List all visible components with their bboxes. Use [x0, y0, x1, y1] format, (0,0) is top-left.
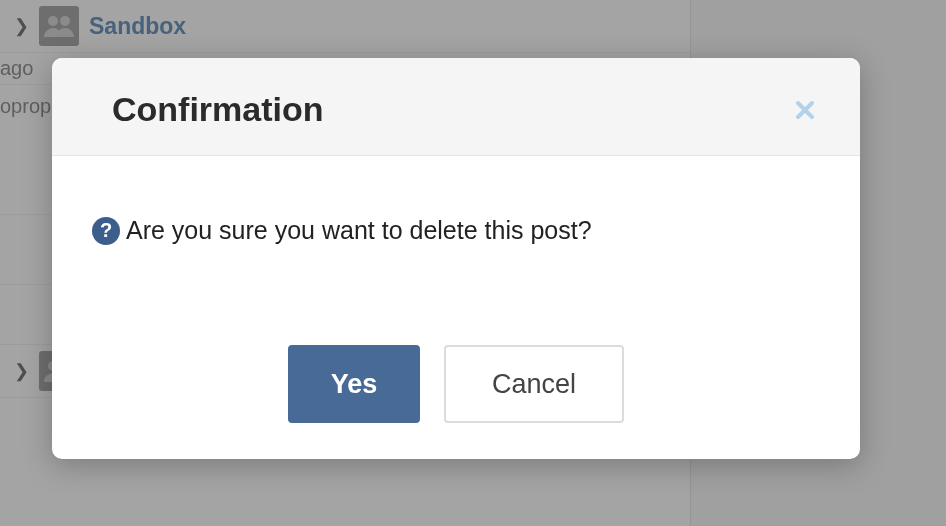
modal-title: Confirmation: [112, 90, 324, 129]
modal-message: Are you sure you want to delete this pos…: [126, 216, 592, 245]
confirmation-modal: Confirmation ? Are you sure you want to …: [52, 58, 860, 459]
close-button[interactable]: [790, 95, 820, 125]
cancel-button[interactable]: Cancel: [444, 345, 624, 423]
modal-header: Confirmation: [52, 58, 860, 156]
question-icon: ?: [92, 217, 120, 245]
modal-footer: Yes Cancel: [52, 265, 860, 459]
modal-body: ? Are you sure you want to delete this p…: [52, 156, 860, 265]
close-icon: [794, 99, 816, 121]
yes-button[interactable]: Yes: [288, 345, 420, 423]
